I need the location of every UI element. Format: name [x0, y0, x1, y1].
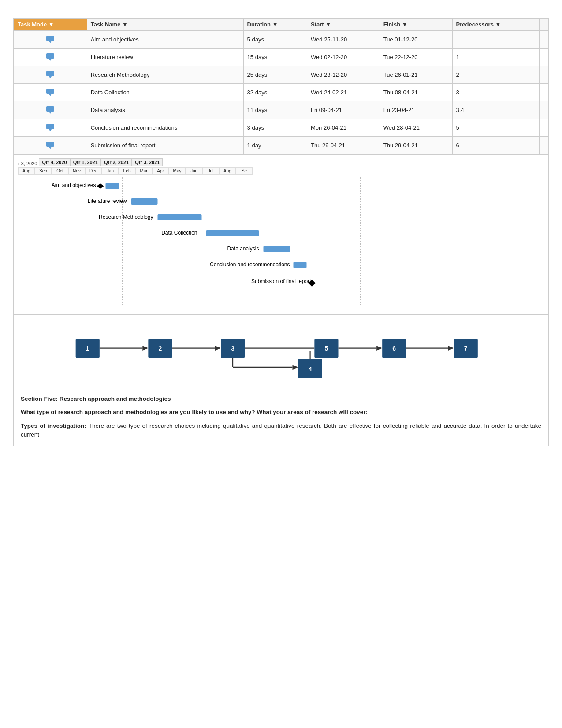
task-mode-cell	[14, 119, 87, 137]
qtr4-2020-label: Qtr 4, 2020	[39, 158, 70, 166]
gantt-chart-svg: Aim and objectives Literature review Res…	[18, 177, 544, 310]
arrowhead-5-6	[376, 346, 382, 351]
task-name-cell: Data Collection	[87, 84, 243, 101]
predecessors-cell: 5	[452, 119, 539, 137]
col-finish[interactable]: Finish ▼	[380, 19, 452, 31]
qtr3-2021-label: Qtr 3, 2021	[132, 158, 163, 166]
gantt-bar-1	[106, 183, 119, 189]
svg-rect-0	[46, 36, 54, 41]
col-extra	[540, 19, 548, 31]
predecessors-cell: 3,4	[452, 101, 539, 119]
section-body: Types of investigation: There are two ty…	[21, 422, 541, 440]
extra-cell	[540, 84, 548, 101]
task-mode-cell	[14, 49, 87, 66]
start-cell: Mon 26-04-21	[307, 119, 380, 137]
task-mode-cell	[14, 137, 87, 154]
gantt-label-5: Data analysis	[227, 246, 259, 252]
col-task-mode[interactable]: Task Mode ▼	[14, 19, 87, 31]
col-start[interactable]: Start ▼	[307, 19, 380, 31]
task-mode-cell	[14, 31, 87, 49]
gantt-label-1: Aim and objectives	[52, 182, 96, 188]
col-task-name[interactable]: Task Name ▼	[87, 19, 243, 31]
task-mode-icon	[45, 87, 55, 97]
svg-marker-7	[49, 94, 52, 96]
svg-marker-11	[49, 129, 52, 131]
month-label: Sep	[35, 167, 52, 175]
gantt-bar-5	[264, 246, 290, 252]
network-node-label-3: 3	[231, 345, 234, 352]
task-mode-icon	[45, 122, 55, 132]
network-diagram-section: 1 2 3 4 5	[14, 314, 548, 388]
predecessors-cell: 3	[452, 84, 539, 101]
svg-rect-2	[46, 53, 54, 59]
svg-rect-4	[46, 71, 54, 76]
table-row: Conclusion and recommendations3 daysMon …	[14, 119, 548, 137]
finish-cell: Tue 22-12-20	[380, 49, 452, 66]
task-name-cell: Conclusion and recommendations	[87, 119, 243, 137]
main-container: Task Mode ▼ Task Name ▼ Duration ▼ Start…	[13, 18, 549, 446]
task-mode-icon	[45, 52, 55, 61]
network-node-label-4: 4	[309, 366, 312, 373]
month-label: Aug	[18, 167, 35, 175]
month-label: Aug	[219, 167, 236, 175]
extra-cell	[540, 49, 548, 66]
start-cell: Wed 24-02-21	[307, 84, 380, 101]
arrowhead-1-2	[142, 346, 148, 351]
month-label: Jan	[102, 167, 119, 175]
task-mode-icon	[45, 105, 55, 114]
col-predecessors[interactable]: Predecessors ▼	[452, 19, 539, 31]
predecessors-cell: 6	[452, 137, 539, 154]
duration-cell: 1 day	[243, 137, 307, 154]
gantt-label-2: Literature review	[88, 198, 127, 204]
task-mode-cell	[14, 84, 87, 101]
section-question: What type of research approach and metho…	[21, 408, 541, 417]
qtr3-2020-label: r 3, 2020	[18, 161, 37, 166]
extra-cell	[540, 101, 548, 119]
svg-rect-12	[46, 142, 54, 147]
table-row: Research Methodology25 daysWed 23-12-20T…	[14, 66, 548, 84]
predecessors-cell	[452, 31, 539, 49]
task-mode-icon	[45, 140, 55, 149]
network-diagram-svg: 1 2 3 4 5	[22, 322, 540, 379]
task-mode-icon	[45, 69, 55, 79]
task-mode-cell	[14, 101, 87, 119]
table-row: Data Collection32 daysWed 24-02-21Thu 08…	[14, 84, 548, 101]
table-row: Aim and objectives5 daysWed 25-11-20Tue …	[14, 31, 548, 49]
task-name-cell: Literature review	[87, 49, 243, 66]
extra-cell	[540, 31, 548, 49]
network-node-label-2: 2	[158, 345, 162, 352]
network-node-label-1: 1	[86, 345, 89, 352]
start-cell: Wed 25-11-20	[307, 31, 380, 49]
svg-rect-6	[46, 89, 54, 94]
predecessors-cell: 1	[452, 49, 539, 66]
gantt-header-row: r 3, 2020 Qtr 4, 2020 Qtr 1, 2021 Qtr 2,…	[18, 158, 544, 166]
duration-cell: 11 days	[243, 101, 307, 119]
table-row: Data analysis11 daysFri 09-04-21Fri 23-0…	[14, 101, 548, 119]
month-labels-row: AugSepOctNovDecJanFebMarAprMayJunJulAugS…	[18, 167, 544, 175]
table-row: Submission of final report1 dayThu 29-04…	[14, 137, 548, 154]
finish-cell: Thu 29-04-21	[380, 137, 452, 154]
month-label: Mar	[135, 167, 152, 175]
svg-marker-3	[49, 59, 52, 61]
col-duration[interactable]: Duration ▼	[243, 19, 307, 31]
gantt-milestone-1	[97, 183, 104, 189]
section-five-title: Section Five: Research approach and meth…	[21, 395, 541, 403]
month-label: Dec	[85, 167, 102, 175]
month-label: May	[169, 167, 186, 175]
month-label: Apr	[152, 167, 169, 175]
svg-marker-9	[49, 112, 52, 114]
text-section: Section Five: Research approach and meth…	[14, 388, 548, 446]
task-name-cell: Submission of final report	[87, 137, 243, 154]
task-name-cell: Research Methodology	[87, 66, 243, 84]
gantt-bar-6	[294, 262, 307, 268]
network-node-label-7: 7	[464, 345, 468, 352]
extra-cell	[540, 119, 548, 137]
table-row: Literature review15 daysWed 02-12-20Tue …	[14, 49, 548, 66]
month-label: Nov	[68, 167, 85, 175]
svg-marker-13	[49, 147, 52, 149]
finish-cell: Tue 01-12-20	[380, 31, 452, 49]
qtr1-2021-label: Qtr 1, 2021	[70, 158, 101, 166]
svg-marker-5	[49, 76, 52, 78]
month-label: Oct	[52, 167, 68, 175]
gantt-chart-section: r 3, 2020 Qtr 4, 2020 Qtr 1, 2021 Qtr 2,…	[14, 154, 548, 314]
